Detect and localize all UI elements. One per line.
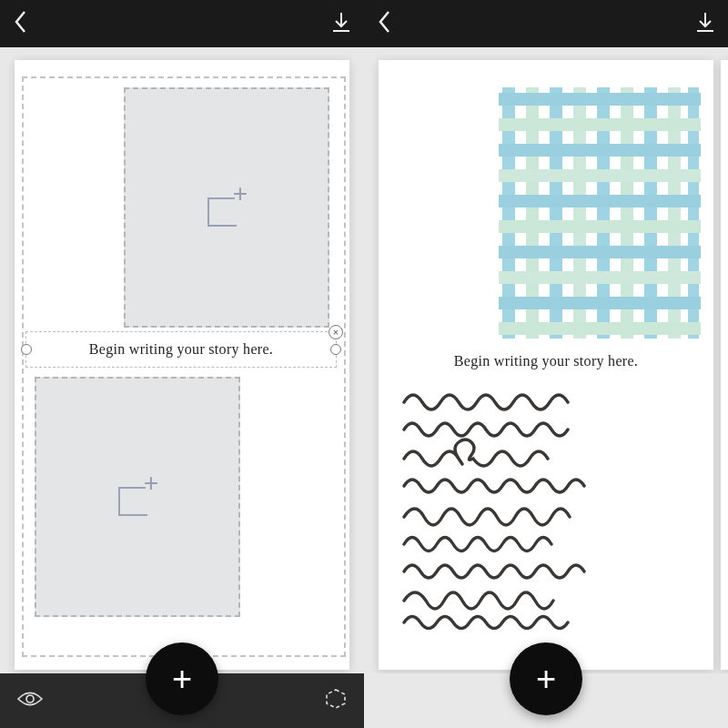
plus-icon: + — [536, 660, 556, 699]
canvas-stage[interactable]: + Begin writing your story here. × + — [0, 47, 364, 673]
delete-handle[interactable]: × — [329, 325, 343, 339]
svg-rect-26 — [499, 322, 701, 335]
story-text-field[interactable]: Begin writing your story here. × — [25, 331, 337, 368]
top-bar — [0, 0, 364, 47]
plus-icon: + — [172, 660, 192, 699]
svg-rect-21 — [499, 195, 701, 207]
svg-rect-18 — [499, 118, 701, 131]
eye-icon — [16, 690, 44, 708]
preview-button[interactable] — [16, 690, 44, 712]
next-page-peek[interactable] — [721, 60, 728, 670]
svg-rect-17 — [499, 93, 701, 106]
chevron-left-icon — [377, 9, 393, 35]
user-image-plaid[interactable] — [499, 87, 701, 339]
plus-icon: + — [233, 185, 248, 203]
story-caption-text: Begin writing your story here. — [454, 353, 638, 369]
resize-handle-right[interactable] — [330, 344, 341, 355]
download-icon — [331, 11, 351, 33]
bottom-toolbar: + — [0, 673, 364, 728]
svg-marker-3 — [327, 690, 345, 708]
top-bar — [364, 0, 728, 47]
user-image-scribble[interactable] — [399, 384, 662, 630]
story-page[interactable]: Begin writing your story here. — [379, 60, 713, 670]
story-page[interactable]: + Begin writing your story here. × + — [15, 60, 349, 670]
add-element-button[interactable]: + — [146, 642, 218, 715]
story-caption[interactable]: Begin writing your story here. — [379, 353, 713, 369]
svg-rect-22 — [499, 220, 701, 233]
back-button[interactable] — [377, 9, 393, 38]
resize-handle-left[interactable] — [21, 344, 32, 355]
add-image-icon: + — [115, 474, 160, 520]
svg-point-2 — [26, 695, 34, 703]
editor-screen-filled: Begin writing your story here. — [364, 0, 728, 728]
plus-icon: + — [144, 474, 158, 492]
back-button[interactable] — [13, 9, 29, 38]
download-button[interactable] — [331, 11, 351, 36]
layers-button[interactable] — [324, 687, 348, 714]
editor-screen-empty: + Begin writing your story here. × + — [0, 0, 364, 728]
hexagon-dashed-icon — [324, 687, 348, 711]
image-placeholder-top[interactable]: + — [124, 87, 329, 328]
svg-rect-19 — [499, 144, 701, 157]
side-by-side-screens: + Begin writing your story here. × + — [0, 0, 728, 728]
svg-rect-23 — [499, 246, 701, 258]
svg-rect-24 — [499, 271, 701, 284]
add-image-icon: + — [204, 185, 249, 230]
svg-rect-25 — [499, 297, 701, 309]
download-button[interactable] — [695, 11, 715, 36]
add-element-button[interactable]: + — [510, 642, 582, 715]
chevron-left-icon — [13, 9, 29, 35]
download-icon — [695, 11, 715, 33]
canvas-stage[interactable]: Begin writing your story here. — [364, 47, 728, 673]
story-text-placeholder: Begin writing your story here. — [89, 341, 273, 358]
image-placeholder-bottom[interactable]: + — [35, 377, 240, 617]
svg-rect-20 — [499, 169, 701, 182]
bottom-toolbar: + — [364, 673, 728, 728]
